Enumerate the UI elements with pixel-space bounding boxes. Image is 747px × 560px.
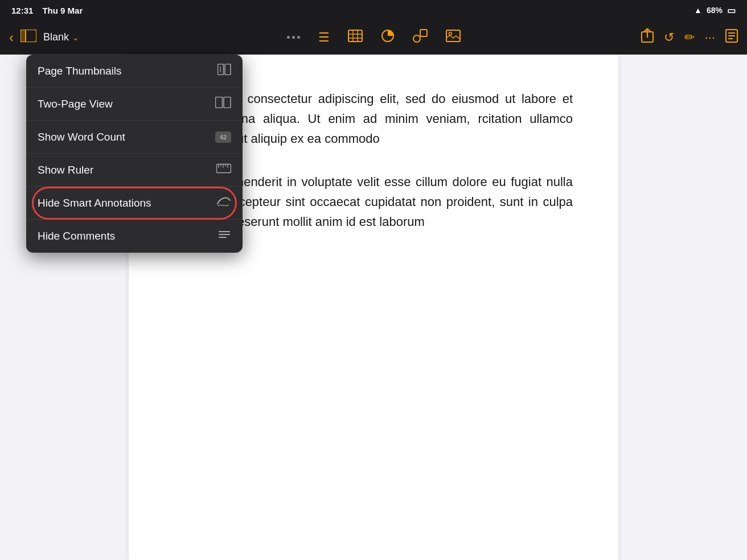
ruler-icon [216, 162, 231, 178]
list-icon[interactable]: ☰ [318, 30, 330, 45]
table-icon[interactable] [348, 30, 363, 46]
svg-point-10 [413, 35, 420, 42]
menu-item-show-ruler-label: Show Ruler [38, 164, 210, 176]
menu-item-page-thumbnails-label: Page Thumbnails [38, 65, 211, 77]
toolbar-center: ☰ [134, 29, 613, 46]
battery-icon: ▭ [727, 5, 736, 16]
status-right: ▲ 68% ▭ [694, 5, 736, 16]
status-time: 12:31 [11, 6, 33, 15]
status-date: Thu 9 Mar [42, 6, 83, 15]
back-button[interactable]: ‹ [9, 30, 14, 46]
status-bar: 12:31 Thu 9 Mar ▲ 68% ▭ [0, 0, 747, 20]
svg-rect-23 [224, 97, 231, 108]
menu-item-show-ruler[interactable]: Show Ruler [26, 154, 243, 187]
comments-icon [217, 229, 231, 244]
toolbar: ‹ Blank ⌄ ☰ [0, 20, 747, 55]
chevron-down-icon: ⌄ [72, 33, 79, 42]
doc-title-area[interactable]: Blank ⌄ [43, 31, 79, 43]
chart-icon[interactable] [381, 29, 395, 46]
svg-rect-22 [216, 97, 223, 108]
more-icon[interactable]: ··· [705, 30, 715, 45]
two-page-icon [215, 97, 231, 111]
svg-rect-9 [420, 30, 427, 36]
thumbnails-icon [217, 64, 231, 78]
svg-rect-20 [225, 64, 231, 75]
svg-rect-3 [348, 30, 362, 42]
toolbar-left: ‹ Blank ⌄ [9, 30, 134, 46]
toolbar-ellipsis [287, 36, 300, 39]
image-icon[interactable] [446, 30, 461, 46]
menu-item-two-page-view[interactable]: Two-Page View [26, 88, 243, 121]
annotations-icon [216, 196, 231, 210]
format-icon[interactable] [725, 29, 738, 46]
word-count-icon: 42 [215, 131, 231, 143]
svg-rect-1 [20, 30, 26, 42]
undo-icon[interactable]: ↺ [664, 30, 674, 45]
main-content: or sit amet, consectetur adipiscing elit… [0, 55, 747, 560]
menu-item-show-word-count[interactable]: Show Word Count 42 [26, 121, 243, 154]
menu-item-hide-smart-annotations[interactable]: Hide Smart Annotations [26, 187, 243, 220]
menu-item-two-page-view-label: Two-Page View [38, 98, 208, 110]
menu-item-hide-comments[interactable]: Hide Comments [26, 220, 243, 253]
menu-item-show-word-count-label: Show Word Count [38, 131, 208, 143]
sidebar-toggle-button[interactable] [20, 30, 36, 46]
shapes-icon[interactable] [413, 29, 428, 46]
menu-item-hide-smart-annotations-label: Hide Smart Annotations [38, 197, 210, 209]
pen-icon[interactable]: ✏ [684, 30, 695, 45]
share-icon[interactable] [641, 28, 654, 47]
svg-point-12 [449, 32, 452, 35]
svg-rect-11 [446, 30, 460, 42]
menu-item-hide-comments-label: Hide Comments [38, 230, 211, 242]
doc-title: Blank [43, 31, 69, 43]
menu-item-page-thumbnails[interactable]: Page Thumbnails [26, 55, 243, 88]
wifi-icon: ▲ [694, 6, 702, 15]
dropdown-menu: Page Thumbnails Two-Page View Show Wo [26, 55, 243, 253]
battery-percent: 68% [707, 6, 723, 15]
toolbar-right: ↺ ✏ ··· [613, 28, 738, 47]
